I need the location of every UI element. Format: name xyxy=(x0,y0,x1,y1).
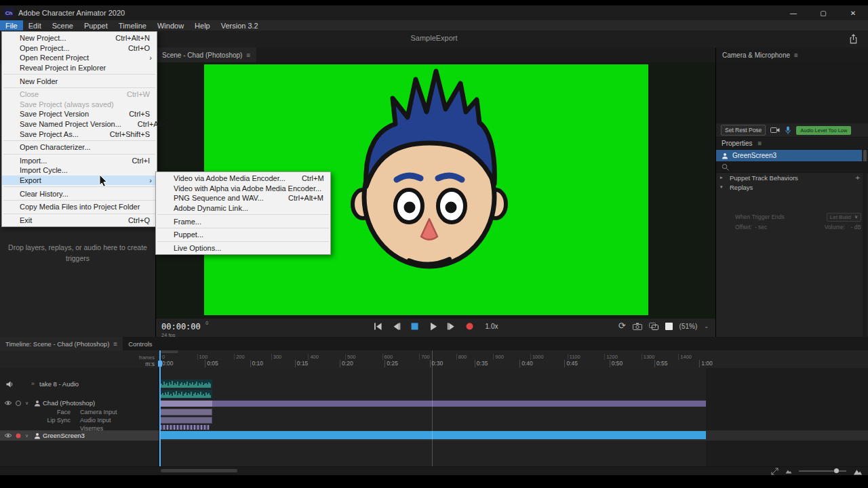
audio-waveform-take[interactable] xyxy=(160,380,212,388)
visibility-eye-icon[interactable] xyxy=(4,432,12,439)
snapshot-camera-icon[interactable] xyxy=(633,323,642,330)
chad-track-take[interactable] xyxy=(160,401,212,407)
file-menu-item[interactable]: Save Project (always saved) xyxy=(2,100,157,110)
go-to-start-button[interactable] xyxy=(374,321,383,331)
file-menu-item[interactable]: Exit Ctrl+Q xyxy=(2,216,157,226)
record-arm-icon[interactable] xyxy=(15,432,22,439)
microphone-icon[interactable] xyxy=(785,126,791,135)
timeline-zoom-slider[interactable] xyxy=(799,470,846,472)
behaviors-row[interactable]: ▸ Puppet Track Behaviors + xyxy=(716,173,868,182)
file-menu-item[interactable]: Export › xyxy=(2,176,157,186)
play-button[interactable] xyxy=(429,321,438,331)
fit-timeline-icon[interactable] xyxy=(771,468,778,475)
timeline-tab[interactable]: Timeline: Scene - Chad (Photoshop) ≡ xyxy=(0,337,123,350)
controls-tab[interactable]: Controls xyxy=(123,337,157,350)
file-menu-item[interactable]: Save Named Project Version... Ctrl+Alt+S xyxy=(2,119,157,129)
stop-button[interactable] xyxy=(410,321,420,331)
export-menu-item[interactable]: Video via Adobe Media Encoder... Ctrl+M xyxy=(156,174,330,184)
file-menu-item[interactable]: Save Project As... Ctrl+Shift+S xyxy=(2,129,157,139)
menubar-item[interactable]: Timeline xyxy=(113,20,152,30)
speaker-icon[interactable] xyxy=(5,380,14,388)
share-icon[interactable] xyxy=(848,34,859,44)
export-menu-item[interactable]: PNG Sequence and WAV... Ctrl+Alt+M xyxy=(156,193,330,203)
file-menu-item[interactable]: New Project... Ctrl+Alt+N xyxy=(2,33,157,43)
chad-track-name[interactable]: Chad (Photoshop) xyxy=(43,399,95,407)
menubar-item[interactable]: Puppet xyxy=(79,20,113,30)
file-menu-item[interactable]: Copy Media Files into Project Folder xyxy=(2,202,157,212)
greenscreen-track-name[interactable]: GreenScreen3 xyxy=(43,432,85,439)
file-menu-item[interactable]: Reveal Project in Explorer xyxy=(2,63,157,73)
menubar-item[interactable]: Edit xyxy=(23,20,47,30)
export-menu-item[interactable] xyxy=(157,228,329,228)
ruler-scrollbar-thumb[interactable] xyxy=(161,350,178,353)
record-arm-ring-icon[interactable] xyxy=(15,400,22,407)
export-menu-item[interactable]: Frame... xyxy=(156,216,330,226)
file-menu-item[interactable]: Open Recent Project › xyxy=(2,53,157,63)
file-menu-item[interactable]: Clear History... xyxy=(2,188,157,199)
file-menu-item[interactable] xyxy=(3,154,155,155)
track-collapse-icon[interactable]: ∨ xyxy=(25,433,28,439)
file-menu-item[interactable]: Open Project... Ctrl+O xyxy=(2,43,157,54)
next-frame-button[interactable] xyxy=(447,321,456,331)
lipsync-row-label[interactable]: Lip Sync xyxy=(0,417,71,424)
maximize-button[interactable]: ▢ xyxy=(808,5,838,20)
face-take-bar[interactable] xyxy=(160,409,212,415)
trigger-mode-dropdown[interactable]: Let Build ∨ xyxy=(827,213,861,222)
file-menu-item[interactable]: New Folder xyxy=(2,76,157,86)
export-menu-item[interactable] xyxy=(157,241,329,242)
audio-track-name[interactable]: take 8 - Audio xyxy=(39,380,79,388)
playhead-handle[interactable] xyxy=(158,361,162,367)
track-collapse-icon[interactable]: ∨ xyxy=(25,401,28,406)
chad-track-bar[interactable] xyxy=(160,401,706,407)
menubar-item[interactable]: Scene xyxy=(47,20,79,30)
zoom-level[interactable]: (51%) xyxy=(679,323,698,330)
file-menu-item[interactable]: Open Characterizer... xyxy=(2,142,157,152)
export-menu-item[interactable]: Live Options... xyxy=(156,243,330,253)
previous-frame-button[interactable] xyxy=(392,321,401,331)
scene-tab[interactable]: Scene - Chad (Photoshop) ≡ xyxy=(156,47,256,62)
file-menu-item[interactable] xyxy=(3,214,155,214)
replays-row[interactable]: ▾ Replays xyxy=(716,182,868,192)
visibility-eye-icon[interactable] xyxy=(4,400,12,406)
export-menu-item[interactable]: Video with Alpha via Adobe Media Encoder… xyxy=(156,184,330,194)
export-menu-item[interactable]: Adobe Dynamic Link... xyxy=(156,203,330,214)
file-menu-item[interactable] xyxy=(3,87,155,88)
camera-tab[interactable]: Camera & Microphone ≡ xyxy=(716,47,804,62)
face-row-label[interactable]: Face xyxy=(0,409,71,415)
playback-speed[interactable]: 1.0x xyxy=(486,323,498,330)
set-rest-pose-button[interactable]: Set Rest Pose xyxy=(721,125,766,136)
zoom-in-mountain-icon[interactable] xyxy=(853,468,863,475)
menubar-item[interactable]: Help xyxy=(189,20,216,30)
panel-menu-icon[interactable]: ≡ xyxy=(794,52,798,59)
search-input[interactable] xyxy=(733,162,860,171)
collapse-icon[interactable]: ▾ xyxy=(720,184,726,190)
file-menu-item[interactable]: Import Cycle... xyxy=(2,165,157,176)
background-color-chip[interactable] xyxy=(665,323,673,330)
export-menu-item[interactable] xyxy=(157,214,329,215)
audio-waveform-take[interactable] xyxy=(160,390,212,399)
menubar-item[interactable]: File xyxy=(0,20,23,30)
panel-menu-icon[interactable]: ≡ xyxy=(758,140,762,147)
export-menu-item[interactable]: Puppet... xyxy=(156,230,330,240)
selected-puppet-row[interactable]: GreenScreen3 xyxy=(716,150,862,161)
file-menu-item[interactable]: Close Ctrl+W xyxy=(2,89,157,100)
file-menu-item[interactable] xyxy=(3,200,155,201)
zoom-caret-icon[interactable]: ⌄ xyxy=(704,323,709,329)
panel-menu-icon[interactable]: ≡ xyxy=(246,52,250,59)
menubar-item[interactable]: Version 3.2 xyxy=(216,20,264,30)
panel-menu-icon[interactable]: ≡ xyxy=(113,340,117,348)
zoom-out-mountain-icon[interactable] xyxy=(785,468,792,474)
timeline-scrollbar-thumb[interactable] xyxy=(161,469,237,472)
onion-skin-icon[interactable] xyxy=(649,323,658,330)
close-button[interactable]: ✕ xyxy=(838,5,868,20)
file-menu-item[interactable]: Save Project Version Ctrl+S xyxy=(2,109,157,119)
menubar-item[interactable]: Window xyxy=(152,20,189,30)
expand-icon[interactable]: ▸ xyxy=(720,175,726,180)
file-menu-item[interactable] xyxy=(3,140,155,141)
loop-icon[interactable]: ⟳ xyxy=(618,321,626,331)
file-menu-item[interactable] xyxy=(3,74,155,75)
record-button[interactable] xyxy=(465,321,475,331)
zoom-slider-thumb[interactable] xyxy=(834,468,839,473)
playhead[interactable] xyxy=(159,350,161,466)
visemes-take-bar[interactable] xyxy=(160,425,210,430)
